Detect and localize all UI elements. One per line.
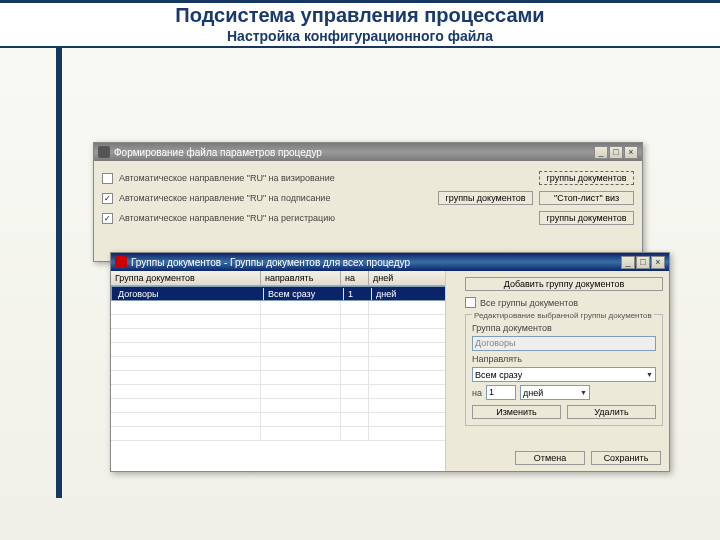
param-label: Автоматическое направление "RU" на подпи… xyxy=(119,193,432,203)
delete-button[interactable]: Удалить xyxy=(567,405,656,419)
days-input[interactable]: 1 xyxy=(486,385,516,400)
add-group-button[interactable]: Добавить группу документов xyxy=(465,277,663,291)
send-value: Всем сразу xyxy=(475,370,522,380)
param-label: Автоматическое направление "RU" на регис… xyxy=(119,213,533,223)
unit-select[interactable]: дней ▼ xyxy=(520,385,590,400)
param-label: Автоматическое направление "RU" на визир… xyxy=(119,173,533,183)
titlebar-groups[interactable]: Группы документов - Группы документов дл… xyxy=(111,253,669,271)
maximize-button[interactable]: □ xyxy=(636,256,650,269)
checkbox-sign[interactable]: ✓ xyxy=(102,193,113,204)
chevron-down-icon: ▼ xyxy=(646,371,653,378)
vertical-scrollbar[interactable] xyxy=(445,271,459,471)
grid-header: Группа документов направлять на дней xyxy=(111,271,458,286)
table-row[interactable] xyxy=(111,399,458,413)
window-title: Формирование файла параметров процедур xyxy=(114,147,594,158)
titlebar-params[interactable]: Формирование файла параметров процедур _… xyxy=(94,143,642,161)
maximize-button[interactable]: □ xyxy=(609,146,623,159)
side-panel: Добавить группу документов Все группы до… xyxy=(459,271,669,471)
edit-fieldset: Редактирование выбранной группы документ… xyxy=(465,314,663,426)
groups-button[interactable]: группы документов xyxy=(539,171,634,185)
minimize-button[interactable]: _ xyxy=(621,256,635,269)
table-row[interactable] xyxy=(111,371,458,385)
groups-button[interactable]: группы документов xyxy=(539,211,634,225)
cancel-button[interactable]: Отмена xyxy=(515,451,585,465)
minimize-button[interactable]: _ xyxy=(594,146,608,159)
send-select[interactable]: Всем сразу ▼ xyxy=(472,367,656,382)
close-button[interactable]: × xyxy=(624,146,638,159)
slide-title: Подсистема управления процессами xyxy=(0,3,720,28)
app-icon xyxy=(115,256,127,268)
table-row[interactable] xyxy=(111,315,458,329)
table-row[interactable] xyxy=(111,385,458,399)
cell-on: 1 xyxy=(344,288,372,300)
groups-button[interactable]: группы документов xyxy=(438,191,533,205)
send-label: Направлять xyxy=(472,354,656,364)
slide-subtitle: Настройка конфигурационного файла xyxy=(0,28,720,46)
cell-group: Договоры xyxy=(114,288,264,300)
close-button[interactable]: × xyxy=(651,256,665,269)
param-row: ✓ Автоматическое направление "RU" на рег… xyxy=(102,211,634,225)
param-row: Автоматическое направление "RU" на визир… xyxy=(102,171,634,185)
cell-days: дней xyxy=(372,288,455,300)
window-params: Формирование файла параметров процедур _… xyxy=(93,142,643,262)
fieldset-legend: Редактирование выбранной группы документ… xyxy=(472,311,654,320)
checkbox-all-groups[interactable] xyxy=(465,297,476,308)
col-group[interactable]: Группа документов xyxy=(111,271,261,285)
table-row[interactable] xyxy=(111,427,458,441)
table-row[interactable] xyxy=(111,413,458,427)
edit-button[interactable]: Изменить xyxy=(472,405,561,419)
col-on[interactable]: на xyxy=(341,271,369,285)
app-icon xyxy=(98,146,110,158)
table-row[interactable] xyxy=(111,343,458,357)
chevron-down-icon: ▼ xyxy=(580,389,587,396)
table-row[interactable] xyxy=(111,329,458,343)
window-title: Группы документов - Группы документов дл… xyxy=(131,257,621,268)
col-send[interactable]: направлять xyxy=(261,271,341,285)
slide-header: Подсистема управления процессами Настрой… xyxy=(0,0,720,48)
on-label: на xyxy=(472,388,482,398)
group-input[interactable]: Договоры xyxy=(472,336,656,351)
unit-value: дней xyxy=(523,388,543,398)
param-row: ✓ Автоматическое направление "RU" на под… xyxy=(102,191,634,205)
checkbox-visa[interactable] xyxy=(102,173,113,184)
group-label: Группа документов xyxy=(472,323,656,333)
window-groups: Группы документов - Группы документов дл… xyxy=(110,252,670,472)
data-grid[interactable]: Группа документов направлять на дней Дог… xyxy=(111,271,459,471)
slide-stripe xyxy=(56,48,62,498)
stoplist-button[interactable]: "Стоп-лист" виз xyxy=(539,191,634,205)
table-row[interactable] xyxy=(111,301,458,315)
save-button[interactable]: Сохранить xyxy=(591,451,661,465)
cell-send: Всем сразу xyxy=(264,288,344,300)
all-groups-label: Все группы документов xyxy=(480,298,578,308)
checkbox-register[interactable]: ✓ xyxy=(102,213,113,224)
table-row[interactable] xyxy=(111,357,458,371)
table-row[interactable]: Договоры Всем сразу 1 дней xyxy=(111,286,458,301)
